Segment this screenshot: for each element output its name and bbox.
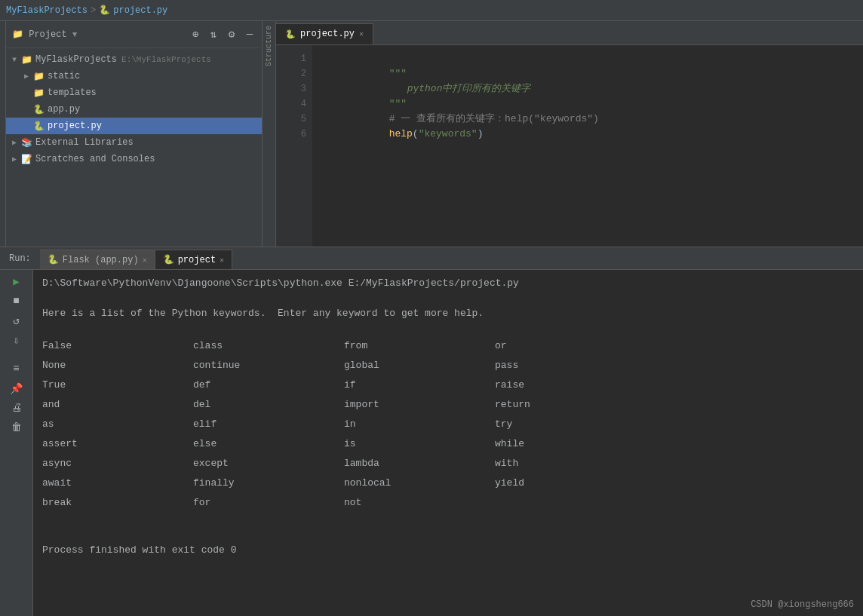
project-tab-close[interactable]: ✕ bbox=[220, 256, 224, 265]
apppy-icon: 🐍 bbox=[33, 104, 45, 115]
code-content[interactable]: """ python中打印所有的关键字 """ # 一 查看所有的关键字：hel… bbox=[312, 45, 863, 247]
bottom-sidebar: ▶ ■ ↺ ⇩ ≡ 📌 🖨 🗑 bbox=[0, 270, 33, 616]
kw-or: or bbox=[495, 336, 646, 356]
pin-button[interactable]: 📌 bbox=[6, 380, 27, 397]
tab-label: project.py bbox=[300, 29, 355, 39]
stop-button[interactable]: ■ bbox=[6, 293, 27, 309]
bottom-content: ▶ ■ ↺ ⇩ ≡ 📌 🖨 🗑 D:\Software\PythonVenv\D… bbox=[0, 270, 863, 616]
ln-5: 5 bbox=[276, 112, 312, 127]
editor-area: 🐍 project.py ✕ 1 2 3 4 5 6 """ bbox=[276, 21, 863, 247]
code-editor: 1 2 3 4 5 6 """ python中打印所有的关键字 """ bbox=[276, 45, 863, 247]
kw-try: try bbox=[495, 415, 646, 434]
project-tree: ▼ 📁 MyFlaskProjects E:\MyFlaskProjects ▶… bbox=[6, 48, 262, 247]
breadcrumb-project[interactable]: MyFlaskProjects bbox=[6, 5, 88, 16]
watermark: CSDN @xiongsheng666 bbox=[751, 599, 854, 610]
scratch-icon: 📝 bbox=[21, 154, 32, 165]
kw-else: else bbox=[193, 434, 344, 454]
gear-icon[interactable]: ⚙ bbox=[226, 29, 238, 41]
kw-nonlocal: nonlocal bbox=[344, 473, 495, 493]
kw-async: async bbox=[42, 454, 193, 473]
kw-elif: elif bbox=[193, 415, 344, 434]
flask-tab-close[interactable]: ✕ bbox=[143, 256, 147, 265]
kw-as: as bbox=[42, 415, 193, 434]
ln-6: 6 bbox=[276, 127, 312, 142]
bottom-tab-flask[interactable]: 🐍 Flask (app.py) ✕ bbox=[40, 250, 155, 269]
bottom-tab-bar: Run: 🐍 Flask (app.py) ✕ 🐍 project ✕ bbox=[0, 247, 863, 270]
kw-class: class bbox=[193, 336, 344, 356]
templates-label: templates bbox=[48, 87, 97, 98]
static-arrow: ▶ bbox=[24, 72, 33, 81]
main-area: 📁 Project ▼ ⊕ ⇅ ⚙ ─ ▼ 📁 MyFlaskProjects … bbox=[0, 21, 863, 247]
kw-def: def bbox=[193, 375, 344, 395]
editor-tab-projectpy[interactable]: 🐍 project.py ✕ bbox=[276, 23, 373, 44]
term-intro: Here is a list of the Python keywords. E… bbox=[42, 306, 854, 321]
apppy-label: app.py bbox=[48, 104, 80, 115]
tree-root[interactable]: ▼ 📁 MyFlaskProjects E:\MyFlaskProjects bbox=[6, 51, 262, 68]
tree-apppy[interactable]: 🐍 app.py bbox=[6, 101, 262, 118]
flask-tab-label: Flask (app.py) bbox=[63, 255, 139, 265]
static-label: static bbox=[48, 71, 80, 81]
kw-from: from bbox=[344, 336, 495, 356]
scroll-down-button[interactable]: ⇩ bbox=[6, 332, 27, 348]
breadcrumb-sep1: > bbox=[91, 5, 96, 16]
structure-tab[interactable]: Structure bbox=[263, 21, 275, 71]
kw-raise: raise bbox=[495, 375, 646, 395]
kw-finally: finally bbox=[193, 473, 344, 493]
bottom-panel: Run: 🐍 Flask (app.py) ✕ 🐍 project ✕ ▶ ■ … bbox=[0, 247, 863, 616]
ln-2: 2 bbox=[276, 66, 312, 81]
term-exit: Process finished with exit code 0 bbox=[42, 543, 854, 558]
kw-pass: pass bbox=[495, 356, 646, 375]
rerun-button[interactable]: ↺ bbox=[6, 312, 27, 329]
breadcrumb-file[interactable]: project.py bbox=[113, 5, 167, 16]
minimize-icon[interactable]: ─ bbox=[244, 29, 256, 41]
tree-projectpy[interactable]: 🐍 project.py bbox=[6, 118, 262, 134]
breadcrumb-file-icon: 🐍 bbox=[99, 5, 110, 16]
kw-assert: assert bbox=[42, 434, 193, 454]
tree-external-libs[interactable]: ▶ 📚 External Libraries bbox=[6, 134, 262, 151]
run-label-text: Run: bbox=[9, 253, 31, 264]
terminal-output[interactable]: D:\Software\PythonVenv\Djangoone\Scripts… bbox=[33, 270, 863, 616]
bottom-tab-project[interactable]: 🐍 project ✕ bbox=[155, 250, 232, 269]
kw-none: None bbox=[42, 356, 193, 375]
tree-static[interactable]: ▶ 📁 static bbox=[6, 68, 262, 84]
kw-not: not bbox=[344, 493, 495, 513]
root-icon: 📁 bbox=[21, 54, 32, 66]
kw-global: global bbox=[344, 356, 495, 375]
play-button[interactable]: ▶ bbox=[6, 273, 27, 290]
scratch-label: Scratches and Consoles bbox=[35, 154, 155, 164]
ln-4: 4 bbox=[276, 97, 312, 112]
root-name: MyFlaskProjects bbox=[35, 54, 117, 65]
keyword-table: False class from or None continue global… bbox=[42, 336, 854, 513]
tab-close-btn[interactable]: ✕ bbox=[359, 29, 364, 38]
project-tab-icon: 🐍 bbox=[163, 254, 174, 265]
kw-false: False bbox=[42, 336, 193, 356]
trash-button[interactable]: 🗑 bbox=[6, 419, 27, 436]
kw-true: True bbox=[42, 375, 193, 395]
scratch-arrow: ▶ bbox=[12, 155, 21, 164]
wrap-button[interactable]: ≡ bbox=[6, 360, 27, 377]
scroll-icon[interactable]: ⇅ bbox=[207, 29, 220, 41]
line-numbers: 1 2 3 4 5 6 bbox=[276, 45, 312, 247]
kw-empty bbox=[495, 493, 646, 513]
code-line-1: """ bbox=[318, 51, 857, 66]
ln-1: 1 bbox=[276, 51, 312, 66]
kw-return: return bbox=[495, 395, 646, 415]
templates-icon: 📁 bbox=[33, 87, 45, 99]
static-icon: 📁 bbox=[33, 71, 45, 82]
breadcrumb-bar: MyFlaskProjects > 🐍 project.py bbox=[0, 0, 863, 21]
tree-templates[interactable]: 📁 templates bbox=[6, 84, 262, 101]
tree-scratches[interactable]: ▶ 📝 Scratches and Consoles bbox=[6, 151, 262, 167]
kw-yield: yield bbox=[495, 473, 646, 493]
add-icon[interactable]: ⊕ bbox=[189, 29, 201, 41]
kw-if: if bbox=[344, 375, 495, 395]
kw-break: break bbox=[42, 493, 193, 513]
kw-while: while bbox=[495, 434, 646, 454]
project-panel-title: 📁 Project ▼ bbox=[12, 29, 183, 40]
kw-and: and bbox=[42, 395, 193, 415]
print-button[interactable]: 🖨 bbox=[6, 400, 27, 416]
kw-import: import bbox=[344, 395, 495, 415]
ext-label: External Libraries bbox=[35, 137, 134, 148]
kw-except: except bbox=[193, 454, 344, 473]
root-path: E:\MyFlaskProjects bbox=[121, 55, 211, 64]
term-command: D:\Software\PythonVenv\Djangoone\Scripts… bbox=[42, 276, 854, 291]
